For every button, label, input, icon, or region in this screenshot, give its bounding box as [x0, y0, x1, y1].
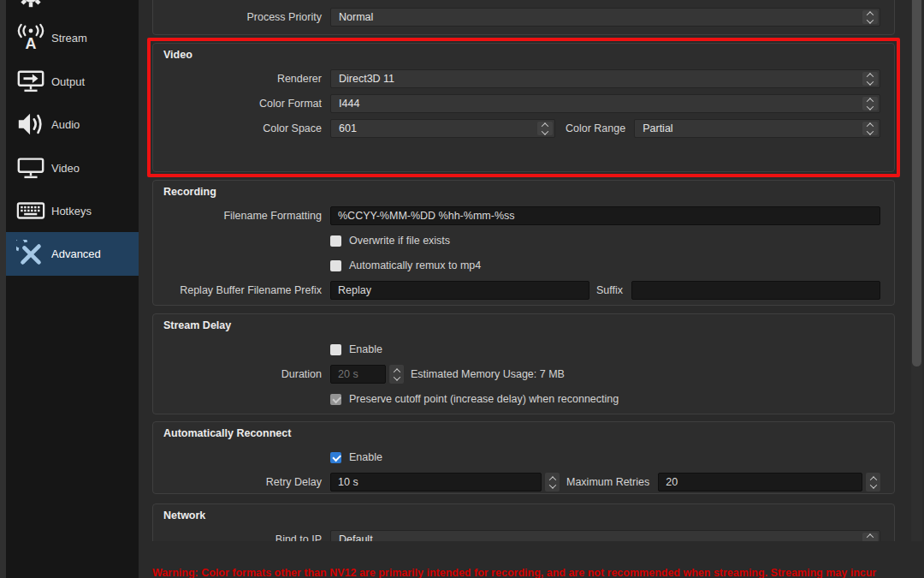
- sidebar-item-output[interactable]: Output: [6, 60, 139, 103]
- color-space-value: 601: [339, 122, 357, 134]
- dropdown-stepper[interactable]: [862, 122, 878, 135]
- color-space-dropdown[interactable]: 601: [330, 119, 555, 138]
- group-title: Network: [163, 509, 880, 523]
- memory-usage-text: Estimated Memory Usage: 7 MB: [411, 368, 565, 380]
- color-format-dropdown[interactable]: I444: [330, 94, 880, 113]
- stream-antenna-icon: A: [15, 21, 47, 54]
- max-retries-spinbox[interactable]: 20: [658, 473, 880, 492]
- stream-delay-enable-row: Enable: [163, 340, 880, 359]
- group-general: Process Priority Normal: [152, 0, 895, 35]
- color-format-row: Color Format I444: [163, 94, 880, 113]
- reconnect-enable-label: Enable: [349, 451, 382, 463]
- chevron-down-icon: [542, 128, 548, 134]
- dropdown-stepper[interactable]: [862, 97, 878, 110]
- duration-spinbox[interactable]: 20 s: [330, 365, 404, 384]
- dropdown-stepper[interactable]: [862, 10, 878, 24]
- retry-delay-value: 10 s: [330, 473, 542, 492]
- replay-prefix-input[interactable]: [330, 281, 589, 300]
- sidebar-item-video[interactable]: Video: [6, 146, 139, 189]
- filename-formatting-input[interactable]: [330, 206, 880, 225]
- suffix-input[interactable]: [631, 281, 880, 300]
- overwrite-row: Overwrite if file exists: [163, 231, 880, 250]
- dropdown-stepper[interactable]: [537, 122, 553, 135]
- duration-row: Duration 20 s Estimated Memory Usage: 7 …: [163, 365, 880, 384]
- process-priority-row: Process Priority Normal: [163, 8, 880, 27]
- spinbox-stepper[interactable]: [545, 473, 560, 492]
- group-recording: Recording Filename Formatting Overwrite …: [152, 180, 895, 306]
- process-priority-dropdown[interactable]: Normal: [330, 8, 880, 27]
- sidebar-item-audio[interactable]: Audio: [6, 103, 139, 146]
- chevron-down-icon: [867, 78, 874, 85]
- retry-delay-label: Retry Delay: [163, 476, 322, 488]
- scrollbar-handle[interactable]: [912, 0, 921, 366]
- stream-delay-enable-label: Enable: [349, 343, 382, 355]
- preserve-cutoff-checkbox: [330, 394, 341, 405]
- overwrite-label: Overwrite if file exists: [349, 235, 450, 247]
- overwrite-checkbox[interactable]: [330, 235, 341, 247]
- spinbox-stepper[interactable]: [389, 365, 404, 384]
- sidebar-item-label: Advanced: [51, 247, 101, 260]
- settings-scroll-area: Process Priority Normal Video Renderer D…: [139, 0, 924, 541]
- filename-formatting-row: Filename Formatting: [163, 206, 880, 225]
- group-video: Video Renderer Direct3D 11 Color Format …: [152, 43, 895, 172]
- monitor-icon: [15, 152, 47, 184]
- svg-text:A: A: [26, 35, 37, 52]
- group-title: Automatically Reconnect: [163, 427, 880, 441]
- group-title: Stream Delay: [163, 319, 880, 333]
- bind-ip-value: Default: [339, 533, 373, 541]
- remux-label: Automatically remux to mp4: [349, 259, 481, 271]
- filename-formatting-label: Filename Formatting: [163, 210, 322, 222]
- renderer-dropdown[interactable]: Direct3D 11: [330, 69, 880, 88]
- retry-delay-spinbox[interactable]: 10 s: [330, 473, 560, 492]
- dropdown-stepper[interactable]: [862, 72, 878, 86]
- retry-delay-row: Retry Delay 10 s Maximum Retries 20: [163, 473, 880, 492]
- bind-ip-dropdown[interactable]: Default: [330, 530, 880, 541]
- dropdown-stepper[interactable]: [862, 533, 878, 541]
- color-space-row: Color Space 601 Color Range Partial: [163, 119, 880, 138]
- chevron-down-icon: [867, 103, 874, 110]
- renderer-value: Direct3D 11: [339, 73, 394, 85]
- color-range-dropdown[interactable]: Partial: [634, 119, 880, 138]
- obs-settings-window: A Stream Output: [0, 0, 924, 578]
- color-format-warning: Warning: Color formats other than NV12 a…: [152, 567, 914, 578]
- chevron-down-icon: [869, 481, 876, 488]
- group-network: Network Bind to IP Default: [152, 504, 895, 541]
- window-edge: [0, 0, 6, 578]
- sidebar-item-stream[interactable]: A Stream: [6, 16, 139, 59]
- color-range-value: Partial: [643, 122, 672, 134]
- settings-sidebar: A Stream Output: [6, 0, 139, 578]
- sidebar-item-advanced[interactable]: Advanced: [6, 232, 139, 276]
- settings-content: Process Priority Normal Video Renderer D…: [139, 0, 924, 578]
- max-retries-value: 20: [658, 473, 862, 492]
- keyboard-icon: [15, 194, 47, 227]
- renderer-row: Renderer Direct3D 11: [163, 69, 880, 88]
- sidebar-item-label: Hotkeys: [51, 205, 92, 217]
- remux-row: Automatically remux to mp4: [163, 256, 880, 275]
- bind-ip-label: Bind to IP: [163, 533, 322, 541]
- sidebar-item-general[interactable]: [6, 0, 139, 16]
- speaker-icon: [15, 108, 47, 140]
- replay-prefix-row: Replay Buffer Filename Prefix Suffix: [163, 281, 880, 300]
- process-priority-label: Process Priority: [163, 11, 322, 23]
- sidebar-item-hotkeys[interactable]: Hotkeys: [6, 189, 139, 232]
- suffix-label: Suffix: [596, 284, 623, 296]
- remux-checkbox[interactable]: [330, 260, 341, 271]
- color-format-value: I444: [339, 98, 359, 110]
- chevron-down-icon: [867, 128, 874, 134]
- gear-icon: [15, 0, 47, 11]
- vertical-scrollbar[interactable]: [911, 0, 922, 541]
- sidebar-item-label: Audio: [51, 118, 80, 131]
- reconnect-enable-row: Enable: [163, 448, 880, 467]
- group-auto-reconnect: Automatically Reconnect Enable Retry Del…: [152, 421, 895, 494]
- max-retries-label: Maximum Retries: [566, 476, 649, 488]
- color-range-label: Color Range: [566, 122, 625, 134]
- sidebar-item-label: Stream: [51, 32, 87, 45]
- sidebar-item-label: Output: [51, 75, 85, 88]
- chevron-down-icon: [867, 16, 874, 23]
- reconnect-enable-checkbox[interactable]: [330, 452, 341, 463]
- spinbox-stepper[interactable]: [866, 473, 880, 492]
- output-monitor-arrow-icon: [15, 65, 47, 98]
- stream-delay-enable-checkbox[interactable]: [330, 344, 341, 355]
- group-stream-delay: Stream Delay Enable Duration 20 s Estima…: [152, 313, 895, 414]
- preserve-cutoff-label: Preserve cutoff point (increase delay) w…: [349, 393, 619, 405]
